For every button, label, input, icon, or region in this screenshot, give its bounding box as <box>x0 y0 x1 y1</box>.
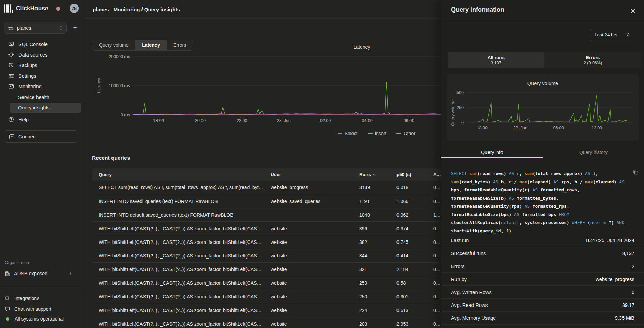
sort-chevron-icon[interactable] <box>373 173 376 176</box>
table-row[interactable]: INSERT INTO default.saved_queries (text)… <box>92 208 441 221</box>
terminal-icon <box>8 41 14 47</box>
detail-row: Avg. Read Rows39.17 <box>441 298 644 311</box>
sidebar: ClickHouse ZN aws planes + SQL ConsoleDa… <box>0 0 84 328</box>
table-row[interactable]: WITH bitShiftLeft(CAST(?..), _CAST(?..))… <box>92 262 441 276</box>
detail-value: 3,137 <box>622 251 634 256</box>
svg-text:0: 0 <box>461 120 464 125</box>
table-row[interactable]: WITH bitShiftLeft(CAST(?..), _CAST(?..))… <box>92 276 441 290</box>
svg-text:06:00: 06:00 <box>553 126 564 130</box>
sidebar-item-chat-with-support[interactable]: Chat with support <box>5 304 84 314</box>
tab-query-info[interactable]: Query info <box>441 148 543 158</box>
legend-item-other[interactable]: Other <box>396 131 415 136</box>
cell-query: WITH bitShiftLeft(CAST(?..), _CAST(?..))… <box>99 239 271 245</box>
cell-avg: 0 <box>433 267 441 272</box>
sidebar-item-sql-console[interactable]: SQL Console <box>0 39 84 49</box>
detail-value: 39.17 <box>622 302 634 308</box>
table-row[interactable]: WITH bitShiftLeft(CAST(?..), _CAST(?..))… <box>92 249 441 262</box>
cell-avg: 0 <box>433 294 441 299</box>
sidebar-item-data-sources[interactable]: Data sources <box>0 49 84 60</box>
tab-query-history[interactable]: Query history <box>543 148 644 158</box>
toggle-errors[interactable]: Errors2 (0.06%) <box>544 52 641 68</box>
toggle-label: All runs <box>488 55 505 60</box>
copy-icon[interactable] <box>633 169 639 175</box>
sidebar-item-service-health[interactable]: Service health <box>0 92 84 103</box>
legend-swatch <box>338 133 342 134</box>
cell-p50: 0.58 <box>396 280 433 286</box>
backups-icon <box>8 62 14 68</box>
sidebar-item-help[interactable]: Help <box>0 114 84 125</box>
table-row[interactable]: WITH bitShiftLeft(CAST(?..), _CAST(?..))… <box>92 221 441 235</box>
detail-label: Errors <box>451 264 464 269</box>
cell-user: website <box>271 239 359 245</box>
connect-icon <box>9 134 15 140</box>
organization-row[interactable]: ADSB.exposed <box>5 268 80 279</box>
clickhouse-logo: ClickHouse <box>4 4 48 13</box>
sql-code-block: SELECT sum(read_rows) AS r, sum(total_ro… <box>451 170 630 235</box>
svg-text:Latency: Latency <box>353 44 370 50</box>
cell-p50: 0.062 <box>396 212 433 218</box>
detail-label: Last run <box>451 238 469 243</box>
svg-text:Latency: Latency <box>96 78 101 93</box>
cell-runs: 344 <box>359 253 396 259</box>
table-row[interactable]: WITH bitShiftLeft(CAST(?..), _CAST(?..))… <box>92 317 441 328</box>
sidebar-item-settings[interactable]: Settings <box>0 71 84 81</box>
sidebar-item-label: Help <box>18 117 29 122</box>
table-row[interactable]: SELECT sum(read_rows) AS r, sum(total_ro… <box>92 181 441 194</box>
svg-text:250: 250 <box>456 105 464 110</box>
toggle-all-runs[interactable]: All runs3,137 <box>448 52 544 68</box>
col-runs[interactable]: Runs <box>359 172 396 177</box>
cell-query: INSERT INTO saved_queries (text) FORMAT … <box>99 199 271 204</box>
page-title: planes - Monitoring / Query insights <box>93 6 180 12</box>
cell-runs: 203 <box>359 321 396 327</box>
cell-p50: 0.374 <box>396 226 433 231</box>
chevron-updown-icon <box>626 33 630 37</box>
legend-item-select[interactable]: Select <box>338 131 358 136</box>
sidebar-item-all-systems-operational[interactable]: All systems operational <box>5 314 84 324</box>
service-selector[interactable]: aws planes <box>4 22 67 34</box>
detail-row: Avg. Memory Usage9.35 MiB <box>441 311 644 324</box>
svg-text:200000 ms: 200000 ms <box>109 54 130 59</box>
table-row[interactable]: WITH bitShiftLeft(CAST(?..), _CAST(?..))… <box>92 235 441 249</box>
aws-icon: aws <box>8 25 14 31</box>
detail-label: Avg. Memory Usage <box>451 315 496 321</box>
cell-query: WITH bitShiftLeft(CAST(?..), _CAST(?..))… <box>99 321 271 327</box>
detail-value: website_progress <box>596 277 634 282</box>
cell-runs: 396 <box>359 226 396 231</box>
sidebar-item-query-insights[interactable]: Query insights <box>10 103 81 113</box>
connect-button[interactable]: Connect <box>4 130 78 143</box>
svg-text:06:00: 06:00 <box>404 118 414 123</box>
user-avatar[interactable]: ZN <box>70 4 79 13</box>
cell-runs: 1040 <box>359 212 396 218</box>
detail-value: 2 <box>632 264 634 269</box>
legend-label: Select <box>345 131 358 136</box>
sidebar-item-integrations[interactable]: Integrations <box>5 293 84 303</box>
svg-text:18:00: 18:00 <box>477 126 488 130</box>
close-icon[interactable] <box>630 7 636 14</box>
time-range-select[interactable]: Last 24 hrs <box>590 29 634 41</box>
cell-user: website_progress <box>271 185 359 190</box>
cell-user: website <box>271 253 359 259</box>
sidebar-item-backups[interactable]: Backups <box>0 60 84 71</box>
cell-user: website <box>271 226 359 231</box>
svg-text:100000 ms: 100000 ms <box>109 83 130 88</box>
table-row[interactable]: WITH bitShiftLeft(CAST(?..), _CAST(?..))… <box>92 290 441 303</box>
brand-name: ClickHouse <box>16 5 48 12</box>
add-service-button[interactable]: + <box>71 23 79 32</box>
detail-row: Avg. Written Rows0 <box>441 285 644 298</box>
cell-query: INSERT INTO default.saved_queries (text)… <box>99 212 271 218</box>
cell-p50: 0.745 <box>396 239 433 245</box>
sidebar-item-monitoring[interactable]: Monitoring <box>0 81 84 92</box>
detail-row: p50 latency0.018s <box>441 324 644 328</box>
chart-legend: SelectInsertOther <box>338 131 415 136</box>
legend-item-insert[interactable]: Insert <box>368 131 387 136</box>
detail-row: Last run16:47:25, Jun 28 2024 <box>441 234 644 247</box>
table-row[interactable]: WITH bitShiftLeft(CAST(?..), _CAST(?..))… <box>92 303 441 317</box>
toggle-value: 2 (0.06%) <box>584 61 602 65</box>
sidebar-divider <box>0 288 84 288</box>
detail-row: Run bywebsite_progress <box>441 272 644 285</box>
presence-dot <box>56 7 60 11</box>
legend-label: Other <box>404 131 415 136</box>
detail-label: Avg. Read Rows <box>451 302 488 308</box>
detail-row: Errors2 <box>441 260 644 272</box>
table-row[interactable]: INSERT INTO saved_queries (text) FORMAT … <box>92 194 441 208</box>
